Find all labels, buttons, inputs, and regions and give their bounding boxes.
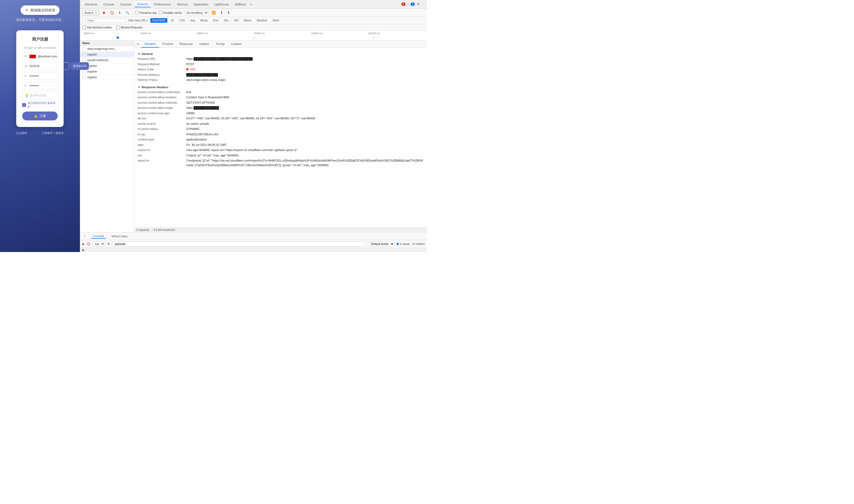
filter-media[interactable]: Media bbox=[198, 18, 209, 23]
search-field[interactable]: Search ✕ bbox=[82, 10, 99, 15]
filter-manifest[interactable]: Manifest bbox=[255, 18, 269, 23]
disable-cache-checkbox[interactable] bbox=[159, 11, 162, 14]
req-checkbox-2[interactable] bbox=[82, 58, 86, 62]
email-redacted: ███ bbox=[30, 55, 36, 58]
console-tab[interactable]: Console bbox=[91, 234, 106, 239]
req-checkbox-4[interactable] bbox=[82, 70, 86, 73]
whats-new-tab[interactable]: What's New bbox=[109, 234, 129, 238]
export-icon[interactable]: ⬇ bbox=[226, 10, 231, 15]
blocked-requests-label[interactable]: Blocked Requests bbox=[116, 26, 143, 29]
context-select[interactable]: top bbox=[93, 241, 105, 246]
timeline-bar: 20000 ms 40000 ms 60000 ms 80000 ms 1000… bbox=[80, 31, 427, 41]
search-close-icon[interactable]: ✕ bbox=[95, 11, 97, 14]
request-item-2[interactable]: sendEmailVerify bbox=[80, 57, 134, 63]
issue-dot bbox=[397, 243, 399, 245]
more-tabs-icon[interactable]: » bbox=[249, 2, 253, 6]
filter-doc[interactable]: Doc bbox=[222, 18, 231, 23]
settings-icon[interactable]: ⚙ bbox=[417, 2, 420, 6]
detail-tab-headers[interactable]: Headers bbox=[141, 41, 159, 48]
filter-icon[interactable]: ⬇ bbox=[117, 10, 122, 15]
filter-font[interactable]: Font bbox=[211, 18, 220, 23]
resp-key-4: access-control-max-age: bbox=[138, 111, 186, 115]
more-options-icon[interactable]: ⋮ bbox=[422, 2, 425, 6]
req-name-5: register bbox=[87, 75, 97, 79]
submit-button[interactable]: 👆 注册 bbox=[22, 111, 58, 121]
detail-tab-preview[interactable]: Preview bbox=[159, 41, 176, 48]
tab-adblock[interactable]: AdBlock bbox=[232, 2, 248, 7]
preserve-log-label[interactable]: Preserve log bbox=[135, 11, 157, 14]
record-icon[interactable]: ⏺ bbox=[101, 10, 107, 15]
filter-img[interactable]: Img bbox=[189, 18, 197, 23]
req-checkbox-0[interactable] bbox=[82, 47, 86, 50]
request-item-0[interactable]: data:image/svg+xml;... bbox=[80, 46, 134, 52]
expand-console-icon[interactable]: ▶ bbox=[82, 248, 85, 252]
eye-icon[interactable]: 👁 bbox=[107, 242, 110, 246]
throttle-select[interactable]: No throttling bbox=[184, 10, 209, 15]
status-code-key: Status Code: bbox=[138, 67, 186, 72]
console-input[interactable] bbox=[112, 241, 366, 246]
clear-console-icon[interactable]: 🚫 bbox=[87, 242, 90, 246]
wifi-icon[interactable]: 📶 bbox=[211, 10, 217, 15]
blocked-requests-checkbox[interactable] bbox=[116, 26, 120, 29]
request-item-1[interactable]: register bbox=[80, 52, 134, 57]
login-link[interactable]: 已有账号？请登录 bbox=[42, 131, 64, 135]
filter-js[interactable]: JS bbox=[169, 18, 176, 23]
import-icon[interactable]: ⬆ bbox=[219, 10, 224, 15]
password-input[interactable] bbox=[30, 74, 67, 77]
email-input[interactable] bbox=[38, 55, 75, 58]
invite-input[interactable] bbox=[30, 94, 67, 97]
left-panel: ✕ 邮箱验证码有误 须知参差多态，乃是幸福的本源。 用户注册 Or sign u… bbox=[0, 0, 80, 252]
resp-val-10: Fri, 30 Jul 2021 08:05:32 GMT bbox=[186, 143, 227, 147]
search-icon[interactable]: 🔍 bbox=[124, 10, 130, 15]
detail-tab-timing[interactable]: Timing bbox=[212, 41, 228, 48]
tab-lighthouse[interactable]: Lighthouse bbox=[212, 2, 232, 7]
tab-performance[interactable]: Performance bbox=[152, 2, 174, 7]
level-select[interactable]: Default levels bbox=[368, 241, 394, 246]
forgot-password-link[interactable]: 忘记密码 bbox=[16, 131, 27, 135]
resp-val-1: Content-Type,X-Requested-With bbox=[186, 95, 229, 100]
filter-ws[interactable]: WS bbox=[232, 18, 240, 23]
send-verify-button[interactable]: 发送验证码 bbox=[71, 62, 89, 70]
filter-css[interactable]: CSS bbox=[177, 18, 187, 23]
timeline-label-5: 120000 ms bbox=[368, 32, 425, 35]
email-field: ✉ ███ bbox=[22, 53, 58, 60]
tab-network[interactable]: Network bbox=[135, 1, 151, 7]
console-menu-icon[interactable]: ⋮ bbox=[82, 234, 88, 239]
has-blocked-cookies-checkbox[interactable] bbox=[82, 26, 86, 29]
tab-console[interactable]: Console bbox=[101, 2, 117, 7]
detail-tab-initiator[interactable]: Initiator bbox=[196, 41, 212, 48]
request-count: 6 requests bbox=[137, 229, 149, 231]
resp-row-7: cf-cache-status: DYNAMIC bbox=[138, 127, 424, 131]
req-checkbox-5[interactable] bbox=[82, 75, 86, 79]
confirm-password-input[interactable] bbox=[30, 84, 67, 87]
tab-application[interactable]: Application bbox=[191, 2, 211, 7]
general-toggle[interactable]: ▼ bbox=[138, 52, 141, 55]
tab-memory[interactable]: Memory bbox=[174, 2, 191, 7]
verify-code-input[interactable] bbox=[30, 65, 67, 68]
req-checkbox-1[interactable] bbox=[82, 53, 86, 56]
resp-val-11: max-age=604800, report-uri="https://repo… bbox=[186, 148, 297, 152]
devtools-panel: Elements Console Sources Network Perform… bbox=[80, 0, 427, 252]
filter-other[interactable]: Other bbox=[270, 18, 281, 23]
resp-val-0: true bbox=[186, 90, 192, 94]
tab-sources[interactable]: Sources bbox=[118, 2, 134, 7]
request-item-4[interactable]: register bbox=[80, 69, 134, 74]
detail-tab-response[interactable]: Response bbox=[176, 41, 196, 48]
detail-tab-cookies[interactable]: Cookies bbox=[228, 41, 245, 48]
clear-icon[interactable]: 🚫 bbox=[109, 10, 115, 15]
detail-close-icon[interactable]: ✕ bbox=[134, 41, 141, 47]
disable-cache-label[interactable]: Disable cache bbox=[159, 11, 182, 14]
response-toggle[interactable]: ▼ bbox=[138, 86, 141, 89]
preserve-log-checkbox[interactable] bbox=[135, 11, 139, 14]
filter-input[interactable] bbox=[87, 19, 124, 22]
request-item-5[interactable]: register bbox=[80, 74, 134, 80]
resp-key-7: cf-cache-status: bbox=[138, 127, 186, 131]
filter-wasm[interactable]: Wasm bbox=[242, 18, 253, 23]
hide-data-urls-btn[interactable]: Hide data URLs bbox=[127, 18, 149, 22]
filter-fetch-xhr[interactable]: Fetch/XHR bbox=[150, 18, 167, 23]
terms-checkbox[interactable]: ✓ bbox=[22, 103, 26, 107]
has-blocked-cookies-label[interactable]: Has blocked cookies bbox=[82, 26, 112, 29]
devtools-bottom: ⋮ Console What's New ▶ 🚫 top 👁 Default l… bbox=[80, 232, 427, 252]
console-arrow-icon: ▶ bbox=[82, 242, 85, 246]
tab-elements[interactable]: Elements bbox=[82, 2, 100, 7]
